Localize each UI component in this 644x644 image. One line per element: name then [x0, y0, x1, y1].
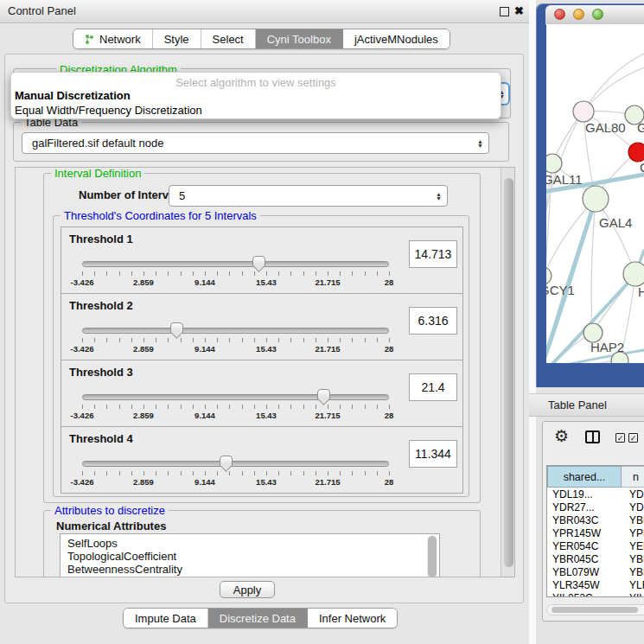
num-intervals-value: 5	[179, 189, 185, 202]
list-item[interactable]: BetweennessCentrality	[61, 563, 439, 576]
settings-vertical-scrollbar[interactable]	[501, 168, 515, 577]
table-row[interactable]: YBL079WYBL0	[547, 566, 644, 579]
tab-impute-data[interactable]: Impute Data	[124, 609, 208, 628]
threshold-value-field[interactable]: 11.344	[409, 440, 457, 468]
table-cell: YPR145W	[552, 527, 620, 540]
bottom-tab-bar: Impute DataDiscretize DataInfer Network	[123, 608, 398, 628]
list-scrollbar-thumb[interactable]	[428, 536, 437, 577]
table-row[interactable]: YBR043CYBR0	[547, 514, 644, 527]
slider-tick-label: 2.859	[133, 411, 154, 420]
slider-ticks	[82, 471, 391, 475]
tab-network[interactable]: Network	[73, 29, 153, 48]
table-cell: YIL0	[629, 592, 644, 597]
tab-label: Impute Data	[135, 612, 196, 625]
tab-label: Discretize Data	[220, 612, 296, 625]
threshold-panel: Threshold 2-3.4262.8599.14415.4321.71528…	[61, 293, 463, 360]
slider-tick-label: 21.715	[315, 477, 340, 487]
num-intervals-combo[interactable]: 5 ▲▼	[169, 185, 448, 207]
column-header-shared-name[interactable]: shared...	[547, 466, 622, 488]
attributes-group: Attributes to discretize Numerical Attri…	[43, 510, 481, 577]
slider-track[interactable]	[82, 394, 389, 400]
node-GAL11[interactable]	[546, 154, 562, 173]
algorithm-dropdown-popup: Select algorithm to view settings Manual…	[10, 72, 501, 119]
threshold-panel: Threshold 3-3.4262.8599.14415.4321.71528…	[61, 360, 463, 427]
tab-discretize-data[interactable]: Discretize Data	[208, 609, 308, 628]
zoom-traffic-light-icon[interactable]	[592, 9, 603, 20]
slider-tick-label: 2.859	[133, 277, 154, 287]
table-scrollbar-thumb[interactable]	[552, 607, 638, 613]
table-horizontal-scrollbar[interactable]	[546, 604, 644, 615]
list-item[interactable]: TopologicalCoefficient	[61, 550, 439, 563]
dropdown-option-equal-width-frequency[interactable]: Equal Width/Frequency Discretization	[15, 104, 202, 117]
tab-jactivemnodules[interactable]: jActiveMNodules	[343, 29, 450, 48]
top-tab-bar: NetworkStyleSelectCyni ToolboxjActiveMNo…	[73, 29, 450, 49]
threshold-value-field[interactable]: 14.713	[409, 240, 457, 268]
list-item[interactable]: SelfLoops	[61, 537, 439, 550]
table-row[interactable]: YER054CYER0	[547, 540, 644, 553]
network-canvas[interactable]: GAL80GACGAL11GAL4GCY1HHAP2	[546, 24, 644, 363]
node-label: GAL11	[546, 172, 583, 187]
slider-tick-label: 21.715	[315, 277, 340, 287]
slider-thumb[interactable]	[317, 389, 330, 400]
table-row[interactable]: YPR145WYPR1	[547, 527, 644, 540]
slider-tick-label: 2.859	[133, 477, 154, 487]
node-H[interactable]	[623, 262, 644, 286]
slider-thumb[interactable]	[170, 322, 183, 334]
column-header-name[interactable]: n	[622, 466, 644, 488]
tab-select[interactable]: Select	[201, 29, 256, 48]
threshold-value-field[interactable]: 6.316	[409, 307, 457, 335]
tab-label: Select	[213, 33, 244, 46]
slider-thumb[interactable]	[220, 456, 233, 467]
tab-style[interactable]: Style	[153, 29, 201, 48]
threshold-value-field[interactable]: 21.4	[409, 373, 457, 401]
table-cell: YDL1	[629, 488, 644, 501]
interval-definition-group: Interval Definition Number of Intervals …	[43, 173, 481, 503]
list-scrollbar[interactable]	[427, 535, 437, 577]
checkbox-checked-icon[interactable]: ✓	[615, 433, 625, 443]
slider-tick-label: 21.715	[315, 411, 340, 420]
slider-tick-label: 28	[385, 277, 394, 287]
slider-track[interactable]	[82, 261, 389, 267]
slider-thumb[interactable]	[252, 256, 265, 267]
slider-tick-label: 9.144	[194, 344, 215, 354]
settings-scrollbar-thumb[interactable]	[504, 178, 513, 567]
table-row[interactable]: YBR045CYBR0	[547, 553, 644, 566]
node-GAL4[interactable]	[583, 186, 609, 212]
table-cell: YIL052C	[552, 592, 620, 597]
apply-button[interactable]: Apply	[220, 581, 275, 598]
threshold-label: Threshold 1	[69, 233, 133, 245]
node-label: C	[640, 160, 644, 175]
table-row[interactable]: YLR345WYLR3	[547, 579, 644, 592]
tab-label: Cyni Toolbox	[267, 33, 331, 46]
gear-icon[interactable]: ⚙	[554, 428, 569, 444]
tab-infer-network[interactable]: Infer Network	[308, 609, 397, 628]
table-row[interactable]: YDL19...YDL1	[547, 488, 644, 501]
node-label: GA	[637, 120, 644, 135]
table-row[interactable]: YIL052CYIL0	[547, 592, 644, 597]
threshold-label: Threshold 2	[69, 299, 133, 312]
table-row[interactable]: YDR27...YDR2	[547, 501, 644, 514]
close-traffic-light-icon[interactable]	[554, 9, 565, 20]
panel-divider[interactable]	[529, 0, 536, 644]
attributes-list[interactable]: SelfLoopsTopologicalCoefficientBetweenne…	[60, 533, 440, 577]
node-C[interactable]	[628, 143, 644, 162]
node-label: HAP2	[590, 340, 624, 354]
slider-track[interactable]	[82, 461, 389, 467]
node-GAL80[interactable]	[573, 101, 594, 122]
dropdown-option-manual-discretization[interactable]: Manual Discretization	[15, 89, 131, 102]
combo-stepper-icon: ▲▼	[436, 192, 442, 201]
tab-cyni-toolbox[interactable]: Cyni Toolbox	[256, 29, 343, 48]
checkbox-checked-icon[interactable]: ✓	[628, 433, 638, 443]
minimize-traffic-light-icon[interactable]	[573, 9, 584, 20]
split-columns-icon[interactable]	[585, 430, 600, 443]
combo-stepper-icon: ▲▼	[477, 139, 483, 148]
table-cell: YDR2	[629, 501, 644, 514]
network-window-titlebar	[545, 5, 644, 25]
numerical-attributes-heading: Numerical Attributes	[56, 520, 166, 532]
node-GCY1[interactable]	[546, 267, 552, 284]
float-window-icon[interactable]	[500, 7, 509, 16]
slider-tick-label: 28	[385, 477, 394, 487]
table-data-combo[interactable]: galFiltered.sif default node ▲▼	[22, 132, 489, 154]
close-icon[interactable]: ✖	[514, 4, 524, 17]
slider-track[interactable]	[82, 328, 389, 334]
